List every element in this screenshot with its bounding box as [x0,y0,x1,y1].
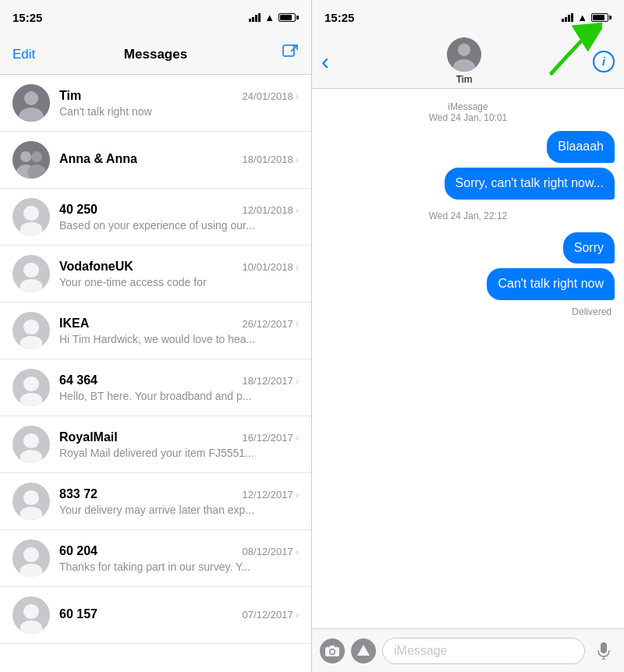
contact-name: 833 72 [59,487,98,501]
contact-name: 60 157 [59,607,98,621]
message-date: 10/01/2018 › [243,261,299,273]
svg-rect-17 [601,642,607,653]
avatar [12,312,50,349]
input-placeholder: iMessage [394,644,447,658]
back-button[interactable]: ‹ [321,50,335,73]
chat-panel: 15:25 ▲ ‹ Ti [312,0,624,672]
message-content: 833 72 12/12/2017 › Your delivery may ar… [59,487,299,516]
status-icons-left: ▲ [249,12,299,23]
contact-name: 60 204 [59,544,98,558]
message-row: Blaaaah [321,131,615,163]
delivered-label: Delivered [321,306,615,317]
message-date: 18/01/2018 › [243,154,299,165]
contact-name: 64 364 [59,373,98,387]
list-item[interactable]: 60 157 07/12/2017 › [0,587,311,644]
contact-name: 40 250 [59,203,98,217]
message-content: Tim 24/01/2018 › Can't talk right now [59,89,299,118]
message-content: IKEA 26/12/2017 › Hi Tim Hardwick, we wo… [59,317,299,345]
battery-icon-left [278,13,299,22]
status-bar-left: 15:25 ▲ [0,0,311,34]
list-item[interactable]: 64 364 18/12/2017 › Hello, BT here. Your… [0,359,311,416]
chat-contact-name: Tim [456,73,472,85]
time-right: 15:25 [324,11,354,24]
message-preview: Royal Mail delivered your item FJ5551... [59,447,262,459]
message-row: Sorry, can't talk right now... [321,168,615,200]
message-preview: Can't talk right now [59,105,262,118]
message-content: Anna & Anna 18/01/2018 › [59,152,299,168]
avatar [12,141,50,179]
chat-input-bar: iMessage [312,628,624,672]
message-content: 60 204 08/12/2017 › Thanks for taking pa… [59,544,299,573]
appstore-button[interactable] [351,638,376,663]
chat-nav-bar: ‹ Tim i [312,34,624,89]
svg-point-2 [24,91,38,105]
edit-button[interactable]: Edit [12,47,44,62]
avatar [12,539,50,577]
message-content: RoyalMail 16/12/2017 › Royal Mail delive… [59,430,299,459]
message-date: 26/12/2017 › [243,318,299,330]
message-row: Can't talk right now [321,268,615,300]
message-content: 60 157 07/12/2017 › [59,607,299,624]
chat-messages: iMessage Wed 24 Jan, 10:01 Blaaaah Sorry… [312,89,624,628]
avatar [12,426,50,463]
messages-nav-bar: Edit Messages [0,34,311,75]
svg-rect-16 [330,645,335,648]
timestamp-divider: Wed 24 Jan, 22:12 [321,210,615,221]
avatar [12,255,50,292]
message-date: 12/12/2017 › [243,489,299,500]
message-content: 40 250 12/01/2018 › Based on your experi… [59,203,299,232]
compose-button[interactable] [268,44,299,65]
avatar [12,84,50,122]
signal-icon-left [249,13,261,22]
message-preview: Based on your experience of using our... [59,219,262,232]
message-date: 24/01/2018 › [243,90,299,102]
message-date: 18/12/2017 › [243,375,299,387]
avatar [12,369,50,406]
contact-name: Anna & Anna [59,152,137,166]
list-item[interactable]: RoyalMail 16/12/2017 › Royal Mail delive… [0,416,311,473]
svg-point-5 [20,151,31,162]
message-preview: Hello, BT here. Your broadband and p... [59,390,262,402]
info-icon: i [602,55,605,68]
list-item[interactable]: Tim 24/01/2018 › Can't talk right now [0,75,311,132]
message-row: Sorry [321,232,615,264]
chat-avatar [447,37,481,72]
message-date: 07/12/2017 › [243,609,299,621]
svg-point-6 [31,151,42,162]
wifi-icon-left: ▲ [264,12,275,23]
list-item[interactable]: 40 250 12/01/2018 › Based on your experi… [0,189,311,246]
svg-point-10 [458,44,470,56]
message-preview: Hi Tim Hardwick, we would love to hea... [59,333,262,345]
message-date: 08/12/2017 › [243,546,299,557]
message-preview: Thanks for taking part in our survey. Y.… [59,561,262,573]
list-item[interactable]: VodafoneUK 10/01/2018 › Your one-time ac… [0,246,311,302]
avatar [12,198,50,235]
contact-name: Tim [59,89,81,103]
message-preview: Your delivery may arrive later than exp.… [59,504,262,516]
list-item[interactable]: 833 72 12/12/2017 › Your delivery may ar… [0,473,311,530]
avatar [12,596,50,634]
message-preview: Your one-time access code for [59,276,262,288]
message-bubble: Sorry [563,232,615,264]
message-bubble: Sorry, can't talk right now... [445,168,615,200]
message-bubble: Can't talk right now [487,268,615,300]
mic-button[interactable] [591,638,616,663]
list-item[interactable]: IKEA 26/12/2017 › Hi Tim Hardwick, we wo… [0,302,311,359]
list-item[interactable]: 60 204 08/12/2017 › Thanks for taking pa… [0,530,311,587]
contact-name: IKEA [59,317,89,331]
message-date: 12/01/2018 › [243,204,299,216]
message-bubble: Blaaaah [547,131,615,163]
message-content: 64 364 18/12/2017 › Hello, BT here. Your… [59,373,299,402]
list-item[interactable]: Anna & Anna 18/01/2018 › [0,132,311,189]
avatar [12,483,50,520]
messages-list-panel: 15:25 ▲ Edit Messages [0,0,312,672]
imessage-label: iMessage Wed 24 Jan, 10:01 [321,101,615,123]
contact-name: RoyalMail [59,430,118,444]
nav-title: Messages [44,47,268,62]
camera-button[interactable] [320,638,345,663]
imessage-input[interactable]: iMessage [382,638,585,664]
svg-point-15 [331,649,335,653]
time-left: 15:25 [12,11,42,24]
message-date: 16/12/2017 › [243,432,299,444]
contact-name: VodafoneUK [59,260,133,274]
